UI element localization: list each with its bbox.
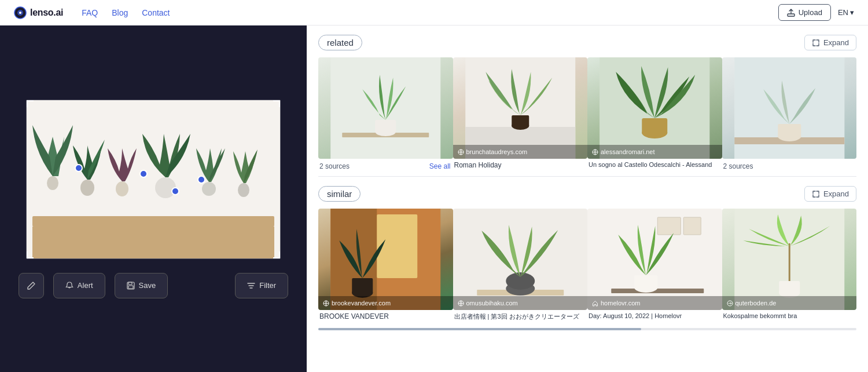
related-section: related Expand bbox=[307, 25, 868, 176]
dot-2[interactable] bbox=[139, 170, 148, 178]
filter-label: Filter bbox=[259, 281, 276, 290]
svg-rect-48 bbox=[634, 275, 657, 289]
list-item[interactable]: quterboden.de Kokospalme bekommt bra bbox=[722, 209, 857, 328]
svg-point-5 bbox=[80, 180, 94, 196]
dot-4[interactable] bbox=[171, 187, 179, 195]
similar-section: similar Expand bbox=[307, 177, 868, 328]
related-source-info-4: 2 sources bbox=[722, 159, 857, 170]
similar-overlay-text-2: omusubihaku.com bbox=[466, 300, 518, 307]
svg-rect-25 bbox=[642, 118, 667, 134]
main-content: Alert Save Filter related bbox=[0, 25, 868, 372]
svg-point-9 bbox=[238, 183, 249, 197]
lang-label: EN bbox=[838, 8, 848, 17]
svg-rect-11 bbox=[128, 282, 132, 285]
similar-expand-button[interactable]: Expand bbox=[804, 186, 856, 202]
related-caption-3: Un sogno al Castello Odescalchi - Alessa… bbox=[587, 159, 722, 175]
similar-section-header: similar Expand bbox=[307, 177, 868, 209]
save-label: Save bbox=[139, 281, 156, 290]
related-image-1[interactable] bbox=[318, 57, 453, 159]
similar-image-2[interactable]: omusubihaku.com bbox=[453, 209, 588, 310]
related-expand-label: Expand bbox=[823, 38, 849, 47]
svg-rect-16 bbox=[375, 120, 396, 133]
right-panel: related Expand bbox=[307, 25, 868, 372]
similar-caption-4: Kokospalme bekommt bra bbox=[722, 310, 857, 326]
related-overlay-2: brunchataudreys.com bbox=[453, 145, 588, 159]
related-overlay-3: alessandromari.net bbox=[587, 145, 722, 159]
svg-rect-46 bbox=[611, 289, 704, 293]
dot-1[interactable] bbox=[75, 164, 83, 172]
similar-caption-2: 出店者情報 | 第3回 おおがきクリエーターズ bbox=[453, 310, 588, 328]
svg-rect-44 bbox=[657, 217, 681, 235]
similar-overlay-2: omusubihaku.com bbox=[453, 296, 588, 310]
upload-button[interactable]: Upload bbox=[778, 4, 831, 21]
image-actions: Alert Save Filter bbox=[19, 273, 288, 298]
svg-rect-3 bbox=[788, 14, 795, 16]
list-item[interactable]: omusubihaku.com 出店者情報 | 第3回 おおがきクリエーターズ bbox=[453, 209, 588, 328]
source-count-4: 2 sources bbox=[723, 162, 753, 170]
main-image bbox=[27, 100, 280, 258]
edit-button[interactable] bbox=[19, 273, 44, 298]
expand-icon bbox=[812, 39, 820, 47]
alert-button[interactable]: Alert bbox=[53, 273, 105, 298]
similar-img-svg-2 bbox=[453, 209, 588, 310]
upload-label: Upload bbox=[799, 8, 822, 17]
related-overlay-text-3: alessandromari.net bbox=[601, 148, 655, 155]
similar-image-grid: brookevandever.com BROOKE VANDEVER bbox=[307, 209, 868, 328]
left-panel: Alert Save Filter bbox=[0, 25, 307, 372]
chevron-down-icon: ▾ bbox=[850, 8, 854, 17]
logo-link[interactable]: lenso.ai bbox=[14, 6, 63, 19]
save-icon bbox=[127, 282, 135, 290]
list-item[interactable]: brookevandever.com BROOKE VANDEVER bbox=[318, 209, 453, 328]
related-section-header: related Expand bbox=[307, 25, 868, 57]
list-item[interactable]: alessandromari.net Un sogno al Castello … bbox=[587, 57, 722, 176]
similar-caption-3: Day: August 10, 2022 | Homelovr bbox=[587, 310, 722, 326]
related-image-4[interactable] bbox=[722, 57, 857, 159]
filter-button[interactable]: Filter bbox=[235, 273, 288, 298]
svg-rect-13 bbox=[330, 57, 440, 159]
similar-overlay-4: quterboden.de bbox=[722, 296, 857, 310]
plant-img-svg-2 bbox=[453, 57, 588, 159]
similar-img-svg-4 bbox=[722, 209, 857, 310]
list-item[interactable]: brunchataudreys.com Roman Holiday bbox=[453, 57, 588, 176]
related-source-info-1: 2 sources See all bbox=[318, 159, 453, 170]
nav-contact[interactable]: Contact bbox=[142, 8, 170, 17]
svg-rect-12 bbox=[128, 286, 133, 289]
home-icon bbox=[592, 300, 598, 307]
plant-img-svg-1 bbox=[318, 57, 453, 159]
similar-image-4[interactable]: quterboden.de bbox=[722, 209, 857, 310]
similar-tag: similar bbox=[318, 186, 361, 202]
svg-rect-45 bbox=[683, 217, 701, 235]
logo-text: lenso.ai bbox=[30, 8, 63, 18]
related-image-3[interactable]: alessandromari.net bbox=[587, 57, 722, 159]
list-item[interactable]: homelovr.com Day: August 10, 2022 | Home… bbox=[587, 209, 722, 328]
related-image-grid: 2 sources See all bbox=[307, 57, 868, 176]
logo-icon bbox=[14, 6, 27, 19]
similar-overlay-3: homelovr.com bbox=[587, 296, 722, 310]
related-tag: related bbox=[318, 35, 362, 50]
list-item[interactable]: 2 sources bbox=[722, 57, 857, 176]
nav-blog[interactable]: Blog bbox=[112, 8, 128, 17]
filter-icon bbox=[247, 282, 255, 290]
similar-image-1[interactable]: brookevandever.com bbox=[318, 209, 453, 310]
dot-3[interactable] bbox=[197, 176, 205, 184]
source-count-1: 2 sources bbox=[319, 162, 350, 170]
alert-icon bbox=[65, 282, 73, 290]
similar-image-3[interactable]: homelovr.com bbox=[587, 209, 722, 310]
save-button[interactable]: Save bbox=[115, 273, 168, 298]
see-all-link-1[interactable]: See all bbox=[429, 162, 451, 170]
related-expand-button[interactable]: Expand bbox=[804, 35, 856, 50]
related-image-2[interactable]: brunchataudreys.com bbox=[453, 57, 588, 159]
list-item[interactable]: 2 sources See all bbox=[318, 57, 453, 176]
language-button[interactable]: EN ▾ bbox=[838, 8, 854, 17]
globe-icon-4 bbox=[458, 300, 464, 307]
svg-rect-20 bbox=[512, 115, 529, 127]
edit-icon bbox=[27, 281, 36, 290]
shelf-body bbox=[32, 227, 274, 258]
header: lenso.ai FAQ Blog Contact Upload EN ▾ bbox=[0, 0, 868, 25]
nav-faq[interactable]: FAQ bbox=[82, 8, 98, 17]
arrow-icon bbox=[727, 300, 733, 307]
svg-point-6 bbox=[116, 181, 128, 196]
svg-point-8 bbox=[202, 182, 216, 196]
main-image-container bbox=[26, 100, 281, 259]
svg-point-41 bbox=[506, 272, 535, 290]
